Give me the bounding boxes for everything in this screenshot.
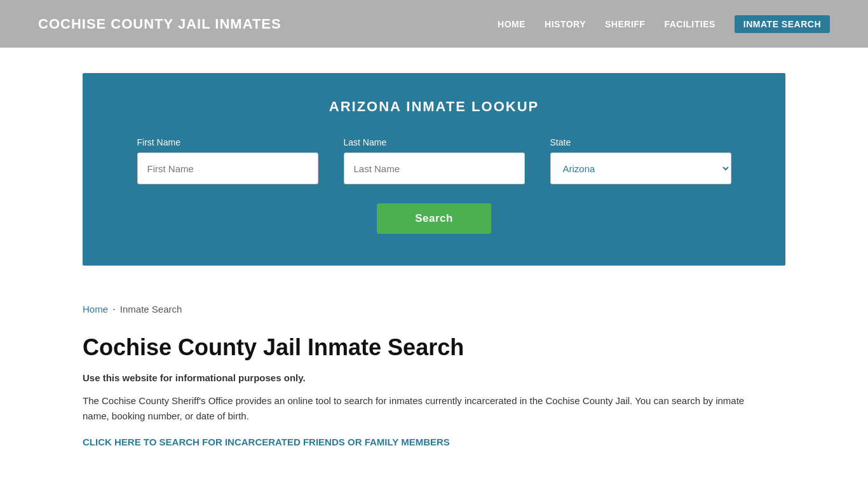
breadcrumb-home-link[interactable]: Home	[83, 304, 108, 315]
info-bold: Use this website for informational purpo…	[83, 372, 785, 383]
info-paragraph: The Cochise County Sheriff's Office prov…	[83, 393, 750, 424]
last-name-input[interactable]	[344, 152, 525, 184]
breadcrumb-separator: •	[113, 306, 115, 312]
search-panel: ARIZONA INMATE LOOKUP First Name Last Na…	[83, 73, 785, 266]
site-header: COCHISE COUNTY JAIL INMATES HOME HISTORY…	[0, 0, 868, 48]
breadcrumb: Home • Inmate Search	[0, 291, 868, 321]
state-select[interactable]: Arizona	[550, 152, 731, 184]
state-label: State	[550, 137, 731, 147]
breadcrumb-current: Inmate Search	[120, 304, 182, 315]
search-form: First Name Last Name State Arizona Searc…	[121, 137, 747, 234]
last-name-label: Last Name	[344, 137, 525, 147]
last-name-group: Last Name	[344, 137, 525, 184]
first-name-input[interactable]	[137, 152, 318, 184]
main-nav: HOME HISTORY SHERIFF FACILITIES INMATE S…	[498, 15, 830, 33]
nav-inmate-search[interactable]: INMATE SEARCH	[735, 15, 830, 33]
main-content: Cochise County Jail Inmate Search Use th…	[0, 321, 868, 473]
search-button[interactable]: Search	[377, 203, 491, 234]
nav-sheriff[interactable]: SHERIFF	[605, 19, 645, 29]
first-name-group: First Name	[137, 137, 318, 184]
nav-history[interactable]: HISTORY	[545, 19, 586, 29]
form-fields: First Name Last Name State Arizona	[121, 137, 747, 184]
search-panel-title: ARIZONA INMATE LOOKUP	[121, 98, 747, 115]
page-title: Cochise County Jail Inmate Search	[83, 334, 785, 361]
click-here-link[interactable]: CLICK HERE to Search for Incarcerated Fr…	[83, 437, 450, 447]
nav-facilities[interactable]: FACILITIES	[664, 19, 715, 29]
first-name-label: First Name	[137, 137, 318, 147]
site-logo: COCHISE COUNTY JAIL INMATES	[38, 16, 281, 32]
state-group: State Arizona	[550, 137, 731, 184]
nav-home[interactable]: HOME	[498, 19, 526, 29]
